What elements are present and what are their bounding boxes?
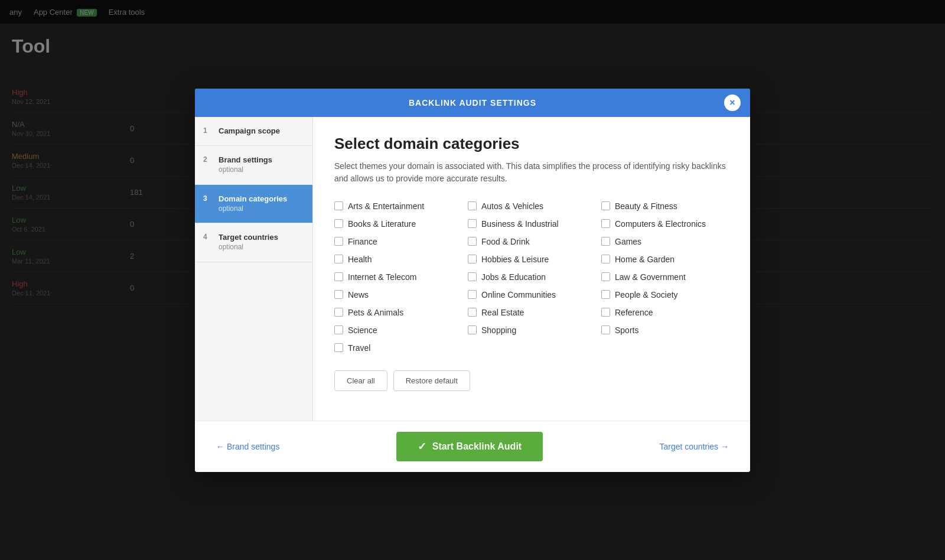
restore-default-button[interactable]: Restore default xyxy=(393,370,470,391)
modal-overlay: BACKLINK AUDIT SETTINGS × 1 Campaign sco… xyxy=(0,0,945,560)
category-label: Online Communities xyxy=(481,290,556,299)
category-label: Jobs & Education xyxy=(481,272,546,282)
category-checkbox[interactable] xyxy=(601,272,610,281)
category-label: Reference xyxy=(615,308,653,317)
step-label-4: Target countries optional xyxy=(219,233,278,252)
back-link[interactable]: ← Brand settings xyxy=(216,442,279,451)
category-label: Food & Drink xyxy=(481,237,530,246)
category-item[interactable]: Food & Drink xyxy=(468,237,595,246)
category-checkbox[interactable] xyxy=(334,272,343,281)
category-label: Health xyxy=(348,255,372,264)
category-label: Games xyxy=(615,237,641,246)
category-checkbox[interactable] xyxy=(468,290,477,299)
category-item[interactable]: Arts & Entertainment xyxy=(334,201,462,211)
checkmark-icon: ✓ xyxy=(418,440,426,453)
action-buttons: Clear all Restore default xyxy=(334,370,729,391)
sidebar-step-campaign-scope[interactable]: 1 Campaign scope xyxy=(195,117,312,146)
category-checkbox[interactable] xyxy=(334,237,343,246)
category-item[interactable]: Jobs & Education xyxy=(468,272,595,282)
category-item[interactable]: Sports xyxy=(601,325,729,335)
category-label: Hobbies & Leisure xyxy=(481,255,549,264)
start-audit-button[interactable]: ✓ Start Backlink Audit xyxy=(396,432,543,461)
modal-main-content: Select domain categories Select themes y… xyxy=(313,117,750,421)
category-item[interactable]: Travel xyxy=(334,343,462,353)
category-label: Internet & Telecom xyxy=(348,272,416,282)
category-label: Arts & Entertainment xyxy=(348,201,424,211)
step-label-3: Domain categories optional xyxy=(219,194,287,213)
category-label: Computers & Electronics xyxy=(615,219,706,229)
category-item[interactable]: Pets & Animals xyxy=(334,308,462,317)
category-label: Travel xyxy=(348,343,370,353)
clear-all-button[interactable]: Clear all xyxy=(334,370,387,391)
category-item[interactable]: Hobbies & Leisure xyxy=(468,255,595,264)
category-checkbox[interactable] xyxy=(334,219,343,228)
category-checkbox[interactable] xyxy=(468,272,477,281)
category-item[interactable]: Science xyxy=(334,325,462,335)
category-checkbox[interactable] xyxy=(334,290,343,299)
category-checkbox[interactable] xyxy=(334,255,343,263)
category-item[interactable]: Law & Government xyxy=(601,272,729,282)
category-checkbox[interactable] xyxy=(334,343,343,352)
sidebar-step-target-countries[interactable]: 4 Target countries optional xyxy=(195,223,312,262)
modal-sidebar: 1 Campaign scope 2 Brand settings option… xyxy=(195,117,313,421)
category-checkbox[interactable] xyxy=(468,325,477,334)
category-checkbox[interactable] xyxy=(601,325,610,334)
category-item[interactable]: Finance xyxy=(334,237,462,246)
step-label-1: Campaign scope xyxy=(219,126,280,136)
category-item[interactable]: Beauty & Fitness xyxy=(601,201,729,211)
category-label: Science xyxy=(348,325,377,335)
page-title: Select domain categories xyxy=(334,135,729,153)
category-checkbox[interactable] xyxy=(468,219,477,228)
sidebar-step-domain-categories[interactable]: 3 Domain categories optional xyxy=(195,185,312,223)
category-checkbox[interactable] xyxy=(468,308,477,317)
close-button[interactable]: × xyxy=(724,95,741,111)
modal-title: BACKLINK AUDIT SETTINGS xyxy=(409,98,536,108)
sidebar-step-brand-settings[interactable]: 2 Brand settings optional xyxy=(195,146,312,184)
category-checkbox[interactable] xyxy=(601,219,610,228)
category-item[interactable]: Books & Literature xyxy=(334,219,462,229)
step-num-3: 3 xyxy=(203,194,213,203)
category-label: Books & Literature xyxy=(348,219,416,229)
category-label: Pets & Animals xyxy=(348,308,403,317)
categories-grid: Arts & EntertainmentAutos & VehiclesBeau… xyxy=(334,201,729,353)
category-item[interactable]: Home & Garden xyxy=(601,255,729,264)
category-checkbox[interactable] xyxy=(334,325,343,334)
next-link[interactable]: Target countries → xyxy=(659,442,729,451)
category-checkbox[interactable] xyxy=(468,201,477,210)
category-checkbox[interactable] xyxy=(601,308,610,317)
category-item[interactable]: Reference xyxy=(601,308,729,317)
modal-footer: ← Brand settings ✓ Start Backlink Audit … xyxy=(195,421,750,472)
category-checkbox[interactable] xyxy=(468,237,477,246)
category-item[interactable]: People & Society xyxy=(601,290,729,299)
modal-body: 1 Campaign scope 2 Brand settings option… xyxy=(195,117,750,421)
category-label: People & Society xyxy=(615,290,678,299)
category-item[interactable]: Internet & Telecom xyxy=(334,272,462,282)
category-label: Home & Garden xyxy=(615,255,674,264)
page-description: Select themes your domain is associated … xyxy=(334,160,729,185)
category-label: Finance xyxy=(348,237,377,246)
start-button-label: Start Backlink Audit xyxy=(432,441,522,452)
category-item[interactable]: Online Communities xyxy=(468,290,595,299)
category-label: Real Estate xyxy=(481,308,524,317)
category-item[interactable]: Business & Industrial xyxy=(468,219,595,229)
step-label-2: Brand settings optional xyxy=(219,155,272,174)
category-checkbox[interactable] xyxy=(334,201,343,210)
category-item[interactable]: Games xyxy=(601,237,729,246)
category-item[interactable]: Real Estate xyxy=(468,308,595,317)
category-checkbox[interactable] xyxy=(601,290,610,299)
modal-dialog: BACKLINK AUDIT SETTINGS × 1 Campaign sco… xyxy=(195,89,750,472)
category-checkbox[interactable] xyxy=(601,255,610,263)
category-item[interactable]: Shopping xyxy=(468,325,595,335)
category-checkbox[interactable] xyxy=(468,255,477,263)
category-item[interactable]: Health xyxy=(334,255,462,264)
step-num-1: 1 xyxy=(203,126,213,135)
category-label: Law & Government xyxy=(615,272,686,282)
category-checkbox[interactable] xyxy=(601,237,610,246)
category-checkbox[interactable] xyxy=(334,308,343,317)
category-item[interactable]: Computers & Electronics xyxy=(601,219,729,229)
step-num-2: 2 xyxy=(203,155,213,164)
category-checkbox[interactable] xyxy=(601,201,610,210)
category-label: Sports xyxy=(615,325,638,335)
category-item[interactable]: Autos & Vehicles xyxy=(468,201,595,211)
category-item[interactable]: News xyxy=(334,290,462,299)
